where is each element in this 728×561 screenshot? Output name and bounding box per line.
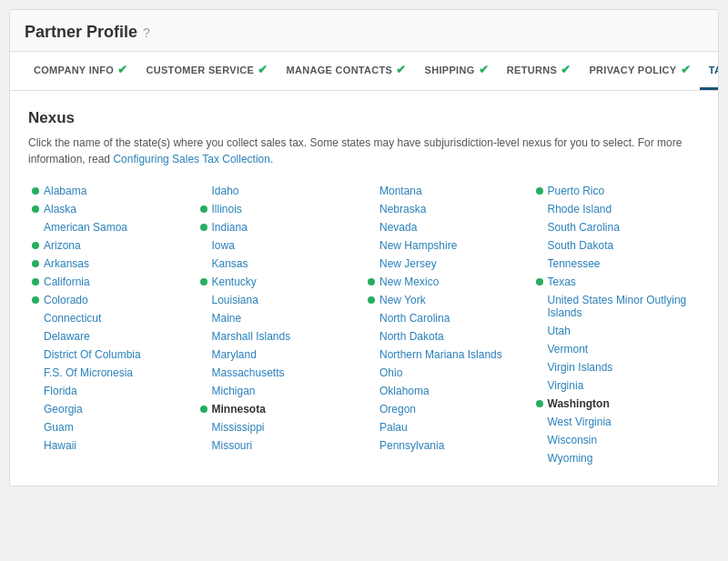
state-item[interactable]: Illinois bbox=[197, 200, 365, 218]
state-item[interactable]: United States Minor Outlying Islands bbox=[532, 291, 701, 322]
state-item[interactable]: Kansas bbox=[197, 255, 365, 273]
state-item[interactable]: Massachusetts bbox=[197, 364, 365, 382]
state-item[interactable]: North Dakota bbox=[364, 327, 532, 346]
state-item[interactable]: Palau bbox=[364, 418, 532, 436]
state-name: Illinois bbox=[212, 203, 242, 215]
nav-tab-returns[interactable]: RETURNS✔ bbox=[498, 52, 581, 90]
state-item[interactable]: Louisiana bbox=[197, 291, 365, 309]
state-item[interactable]: South Carolina bbox=[532, 218, 701, 236]
state-name: Colorado bbox=[44, 294, 88, 306]
state-name: Kansas bbox=[212, 257, 248, 270]
state-item[interactable]: West Virginia bbox=[532, 413, 701, 431]
state-item[interactable]: Alabama bbox=[28, 182, 197, 200]
active-dot bbox=[32, 260, 39, 267]
state-item[interactable]: Indiana bbox=[197, 218, 365, 236]
state-item[interactable]: Utah bbox=[532, 322, 701, 340]
state-item[interactable]: F.S. Of Micronesia bbox=[28, 364, 197, 382]
state-item[interactable]: Alaska bbox=[28, 200, 197, 218]
section-title: Nexus bbox=[28, 109, 700, 127]
state-item[interactable]: Rhode Island bbox=[532, 200, 701, 218]
nav-tab-label: COMPANY INFO bbox=[34, 65, 114, 75]
state-item[interactable]: Michigan bbox=[197, 382, 365, 400]
nav-tab-customer-service[interactable]: CUSTOMER SERVICE✔ bbox=[136, 52, 277, 90]
state-name: Guam bbox=[44, 421, 74, 434]
nav-tab-company-info[interactable]: COMPANY INFO✔ bbox=[25, 52, 136, 90]
state-item[interactable]: Wisconsin bbox=[532, 431, 701, 449]
state-item[interactable]: New York bbox=[364, 291, 532, 309]
state-item[interactable]: Maryland bbox=[197, 346, 365, 364]
state-item[interactable]: Pennsylvania bbox=[364, 436, 532, 455]
state-name: South Carolina bbox=[548, 221, 620, 234]
state-item[interactable]: Oregon bbox=[364, 400, 532, 418]
state-item[interactable]: American Samoa bbox=[28, 218, 197, 236]
state-item[interactable]: Nevada bbox=[364, 218, 532, 236]
state-name: Arkansas bbox=[44, 257, 89, 270]
nav-tab-shipping[interactable]: SHIPPING✔ bbox=[416, 52, 498, 90]
state-item[interactable]: Arizona bbox=[28, 236, 197, 255]
state-name: Wisconsin bbox=[548, 434, 598, 446]
state-item[interactable]: North Carolina bbox=[364, 309, 532, 327]
state-item[interactable]: Texas bbox=[532, 273, 701, 291]
state-item[interactable]: Nebraska bbox=[364, 200, 532, 218]
nav-tab-label: TAXES bbox=[709, 65, 718, 75]
nav-tab-label: SHIPPING bbox=[425, 65, 475, 75]
state-item[interactable]: New Mexico bbox=[364, 273, 532, 291]
state-item[interactable]: Arkansas bbox=[28, 255, 197, 273]
state-name: Northern Mariana Islands bbox=[379, 348, 502, 361]
state-column-0: AlabamaAlaskaAmerican SamoaArizonaArkans… bbox=[28, 182, 197, 467]
nav-tab-manage-contacts[interactable]: MANAGE CONTACTS✔ bbox=[277, 52, 415, 90]
nav-tabs: COMPANY INFO✔CUSTOMER SERVICE✔MANAGE CON… bbox=[10, 52, 718, 91]
state-item[interactable]: Virginia bbox=[532, 376, 701, 395]
state-item[interactable]: Ohio bbox=[364, 364, 532, 382]
state-name: Maine bbox=[212, 312, 242, 325]
state-item[interactable]: New Jersey bbox=[364, 255, 532, 273]
nav-tab-privacy-policy[interactable]: PRIVACY POLICY✔ bbox=[580, 52, 699, 90]
active-dot bbox=[200, 278, 207, 286]
state-item[interactable]: Tennessee bbox=[532, 255, 701, 273]
check-icon: ✔ bbox=[681, 63, 691, 76]
active-dot bbox=[32, 296, 39, 304]
nav-tab-label: CUSTOMER SERVICE bbox=[146, 65, 254, 75]
state-item[interactable]: Georgia bbox=[28, 400, 197, 418]
state-item[interactable]: Connecticut bbox=[28, 309, 197, 327]
state-item[interactable]: Northern Mariana Islands bbox=[364, 346, 532, 364]
state-item[interactable]: California bbox=[28, 273, 197, 291]
state-item[interactable]: Hawaii bbox=[28, 436, 197, 455]
state-item[interactable]: Montana bbox=[364, 182, 532, 200]
active-dot bbox=[32, 278, 39, 286]
state-name: Arizona bbox=[44, 239, 81, 252]
state-item[interactable]: Colorado bbox=[28, 291, 197, 309]
state-item[interactable]: Delaware bbox=[28, 327, 197, 346]
state-item[interactable]: Kentucky bbox=[197, 273, 365, 291]
state-item[interactable]: Oklahoma bbox=[364, 382, 532, 400]
state-item[interactable]: Marshall Islands bbox=[197, 327, 365, 346]
check-icon: ✔ bbox=[117, 63, 127, 76]
state-name: Maryland bbox=[212, 348, 257, 361]
state-item[interactable]: Florida bbox=[28, 382, 197, 400]
state-item[interactable]: Mississippi bbox=[197, 418, 365, 436]
nav-tab-taxes[interactable]: TAXES✔ bbox=[700, 52, 718, 90]
state-item[interactable]: Guam bbox=[28, 418, 197, 436]
help-icon[interactable]: ? bbox=[143, 25, 150, 40]
state-item[interactable]: Virgin Islands bbox=[532, 358, 701, 376]
state-item[interactable]: District Of Columbia bbox=[28, 346, 197, 364]
state-name: Texas bbox=[548, 275, 576, 288]
state-name: Michigan bbox=[212, 385, 256, 397]
state-column-3: Puerto RicoRhode IslandSouth CarolinaSou… bbox=[532, 182, 701, 467]
state-item[interactable]: South Dakota bbox=[532, 236, 701, 255]
state-item[interactable]: Maine bbox=[197, 309, 365, 327]
state-item[interactable]: Minnesota bbox=[197, 400, 365, 418]
state-name: Connecticut bbox=[44, 312, 101, 325]
state-name: Washington bbox=[548, 397, 610, 410]
state-item[interactable]: Puerto Rico bbox=[532, 182, 701, 200]
state-item[interactable]: Washington bbox=[532, 395, 701, 413]
state-name: Virginia bbox=[548, 379, 584, 392]
state-name: New Jersey bbox=[379, 257, 437, 270]
state-item[interactable]: Idaho bbox=[197, 182, 365, 200]
state-item[interactable]: Vermont bbox=[532, 340, 701, 358]
state-item[interactable]: Iowa bbox=[197, 236, 365, 255]
state-item[interactable]: Missouri bbox=[197, 436, 365, 455]
state-item[interactable]: Wyoming bbox=[532, 449, 701, 467]
state-item[interactable]: New Hampshire bbox=[364, 236, 532, 255]
section-link[interactable]: Configuring Sales Tax Collection. bbox=[113, 153, 273, 165]
